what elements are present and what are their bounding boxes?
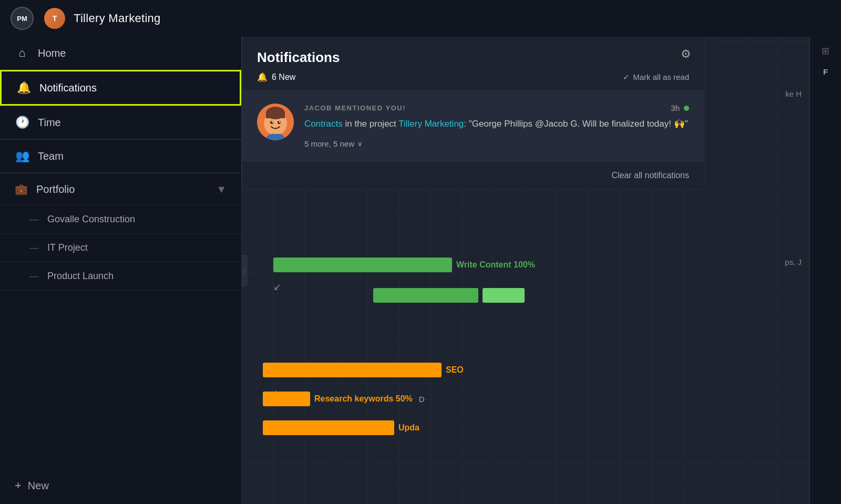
sidebar-item-home[interactable]: ⌂ Home xyxy=(0,37,241,70)
avatar-svg xyxy=(257,104,294,140)
main-layout: ⌂ Home 🔔 Notifications 🕐 Time 👥 Team 💼 P… xyxy=(0,37,841,504)
notification-link-project[interactable]: Tillery Marketing xyxy=(398,119,464,129)
sidebar-new-label: New xyxy=(28,480,49,492)
portfolio-sub-label-0: Govalle Construction xyxy=(47,214,135,225)
partial-text-mid: ps, J xyxy=(785,258,802,266)
grid-icon[interactable]: ⊞ xyxy=(822,45,829,57)
content-area: Write Content 100% ↙ SEO ↓ Research keyw… xyxy=(242,37,841,504)
gantt-row-research: Research keywords 50% D xyxy=(263,392,425,406)
bar-write-content xyxy=(273,258,452,272)
notification-body: JACOB MENTIONED YOU! 3h Contracts in the… xyxy=(242,90,704,161)
gantt-row-seo: SEO xyxy=(263,363,464,377)
bar-green-2 xyxy=(373,288,478,303)
notification-badge: 🔔 6 New xyxy=(257,72,295,82)
svg-point-7 xyxy=(279,121,280,122)
sidebar: ⌂ Home 🔔 Notifications 🕐 Time 👥 Team 💼 P… xyxy=(0,37,242,504)
notification-subtitle-row: 🔔 6 New ✓ Mark all as read xyxy=(257,72,689,82)
clear-all-button[interactable]: Clear all notifications xyxy=(611,171,689,180)
chevron-down-icon: ∨ xyxy=(357,140,363,148)
sidebar-item-notifications[interactable]: 🔔 Notifications xyxy=(0,70,241,106)
notification-count: 6 New xyxy=(272,73,295,82)
notification-content: JACOB MENTIONED YOU! 3h Contracts in the… xyxy=(304,104,689,148)
svg-point-6 xyxy=(272,121,273,122)
checkmark-icon: ✓ xyxy=(623,73,630,82)
notification-text-in: in the project xyxy=(343,119,398,129)
svg-point-5 xyxy=(278,121,281,124)
bell-small-icon: 🔔 xyxy=(257,72,268,82)
sidebar-item-time[interactable]: 🕐 Time xyxy=(0,106,241,139)
right-strip: ⊞ F xyxy=(809,37,841,504)
sidebar-new-button[interactable]: + New xyxy=(0,467,241,504)
app-logo: PM xyxy=(11,7,34,30)
notification-title: Notifications xyxy=(257,49,689,66)
bar-seo xyxy=(263,363,442,377)
topbar: PM T Tillery Marketing xyxy=(0,0,841,37)
portfolio-icon: 💼 xyxy=(15,183,28,196)
bar-update xyxy=(263,420,394,435)
bar-write-content-label: Write Content 100% xyxy=(456,260,535,270)
notification-sender: JACOB MENTIONED YOU! xyxy=(304,104,406,112)
notification-footer: Clear all notifications xyxy=(242,161,704,190)
svg-rect-3 xyxy=(266,113,285,118)
bell-nav-icon: 🔔 xyxy=(16,81,31,95)
sidebar-label-notifications: Notifications xyxy=(39,82,97,94)
dependency-arrow: ↙ xyxy=(273,281,281,293)
notification-more-button[interactable]: 5 more, 5 new ∨ xyxy=(304,139,689,148)
bar-update-label: Upda xyxy=(398,423,419,433)
notification-time-text: 3h xyxy=(671,104,680,112)
sidebar-subitem-govalle[interactable]: Govalle Construction xyxy=(0,205,241,234)
gantt-row-2 xyxy=(373,288,525,303)
home-icon: ⌂ xyxy=(15,46,29,60)
notification-message-text: : "George Phillips @Jacob G. Will be fin… xyxy=(464,119,688,129)
bar-seo-label: SEO xyxy=(446,365,464,375)
clock-icon: 🕐 xyxy=(15,116,29,129)
bar-research-sublabel: D xyxy=(419,395,425,404)
sidebar-item-team[interactable]: 👥 Team xyxy=(0,140,241,173)
mark-all-read-button[interactable]: ✓ Mark all as read xyxy=(623,73,689,82)
svg-point-4 xyxy=(270,121,273,124)
sidebar-subitem-it[interactable]: IT Project xyxy=(0,234,241,262)
chevron-down-icon: ▼ xyxy=(216,183,227,196)
notification-avatar xyxy=(257,104,294,140)
sidebar-subitem-product[interactable]: Product Launch xyxy=(0,262,241,291)
gantt-row-write-content: Write Content 100% xyxy=(273,258,535,272)
plus-icon: + xyxy=(15,479,22,492)
user-avatar[interactable]: T xyxy=(44,8,65,29)
bar-green-2b xyxy=(483,288,525,303)
mark-read-label: Mark all as read xyxy=(633,73,689,81)
settings-icon[interactable]: ⚙ xyxy=(681,47,691,61)
sidebar-label-portfolio: Portfolio xyxy=(36,183,75,196)
gantt-row-update: Upda xyxy=(263,420,419,435)
notification-header: Notifications 🔔 6 New ✓ Mark all as read… xyxy=(242,37,704,90)
sidebar-label-team: Team xyxy=(38,150,64,162)
notification-link-contracts[interactable]: Contracts xyxy=(304,119,343,129)
sidebar-label-home: Home xyxy=(38,47,66,59)
team-icon: 👥 xyxy=(15,149,29,163)
sidebar-collapse-handle[interactable] xyxy=(241,255,248,286)
notification-from-row: JACOB MENTIONED YOU! 3h xyxy=(304,104,689,112)
online-dot xyxy=(684,106,689,111)
partial-text-top: ke H xyxy=(785,89,802,98)
bar-research xyxy=(263,392,310,406)
notification-time: 3h xyxy=(671,104,689,112)
filter-letter: F xyxy=(823,67,828,76)
sidebar-item-portfolio[interactable]: 💼 Portfolio ▼ xyxy=(0,173,241,205)
portfolio-sub-label-1: IT Project xyxy=(47,242,88,253)
notification-panel: Notifications 🔔 6 New ✓ Mark all as read… xyxy=(242,37,704,190)
notification-item-0: JACOB MENTIONED YOU! 3h Contracts in the… xyxy=(257,104,689,148)
bar-research-label: Research keywords 50% xyxy=(314,394,413,404)
notification-more-label: 5 more, 5 new xyxy=(304,139,354,148)
notification-message: Contracts in the project Tillery Marketi… xyxy=(304,117,689,131)
portfolio-sub-label-2: Product Launch xyxy=(47,271,114,282)
app-title: Tillery Marketing xyxy=(74,12,161,25)
sidebar-label-time: Time xyxy=(38,117,61,129)
